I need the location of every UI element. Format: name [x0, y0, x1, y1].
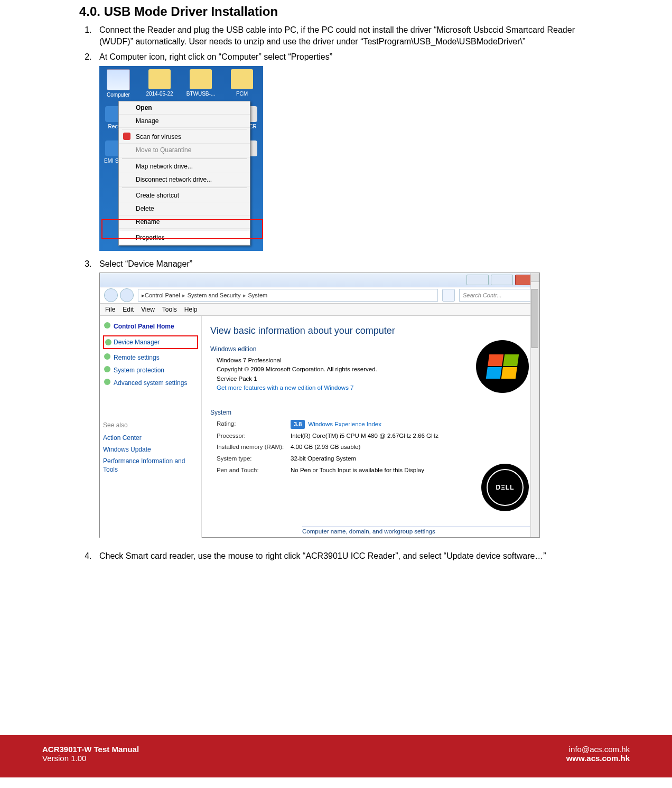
step-4: Check Smart card reader, use the mouse t…	[94, 550, 593, 562]
ctx-manage[interactable]: Manage	[119, 115, 250, 128]
sidebar-remote-settings[interactable]: Remote settings	[103, 351, 198, 364]
step-2: At Computer icon, right click on “Comput…	[94, 51, 593, 251]
footer-email: info@acs.com.hk	[566, 745, 630, 754]
menu-help[interactable]: Help	[184, 305, 198, 314]
refresh-button[interactable]	[442, 289, 455, 302]
ctx-shortcut[interactable]: Create shortcut	[119, 189, 250, 202]
sidebar-action-center[interactable]: Action Center	[103, 432, 198, 444]
main-panel: View basic information about your comput…	[202, 316, 539, 538]
screenshot-desktop-context-menu: Computer 2014-05-22 BTWUSB-... PCM	[99, 66, 263, 251]
nav-forward-icon[interactable]	[120, 288, 134, 302]
type-value: 32-bit Operating System	[291, 455, 531, 463]
footer-web: www.acs.com.hk	[566, 754, 630, 763]
crumb-2[interactable]: System and Security	[188, 292, 241, 299]
footer-version: Version 1.00	[42, 754, 139, 763]
folder-icon	[148, 69, 171, 89]
sidebar-device-manager-highlight[interactable]: Device Manager	[103, 335, 198, 349]
desktop-icon-computer[interactable]: Computer	[102, 69, 134, 99]
desktop-icon-label: 2014-05-22	[144, 90, 175, 98]
ctx-scan[interactable]: Scan for viruses	[119, 130, 250, 144]
processor-value: Intel(R) Core(TM) i5 CPU M 480 @ 2.67GHz…	[291, 432, 531, 440]
computer-icon	[107, 69, 130, 90]
breadcrumb[interactable]: ▸ Control Panel ▸ System and Security ▸ …	[138, 289, 438, 302]
step-3-text: Select “Device Manager”	[99, 259, 192, 268]
windows-logo-icon	[476, 340, 529, 393]
menu-file[interactable]: File	[105, 305, 115, 314]
footer-title: ACR3901T-W Test Manual	[42, 745, 139, 754]
sidebar-see-also: See also	[103, 421, 198, 429]
desktop-icon-label: BTWUSB-...	[185, 90, 217, 98]
sidebar: Control Panel Home Device Manager Remote…	[100, 316, 202, 538]
nav-bar: ▸ Control Panel ▸ System and Security ▸ …	[100, 287, 539, 304]
ram-value: 4.00 GB (2.93 GB usable)	[291, 443, 531, 452]
rating-label: Rating:	[217, 420, 291, 429]
folder-icon	[190, 69, 212, 89]
desktop-icon-label: PCM	[226, 90, 258, 98]
page-footer: ACR3901T-W Test Manual Version 1.00 info…	[0, 735, 672, 777]
step-2-text: At Computer icon, right click on “Comput…	[99, 52, 332, 61]
sidebar-perf-info[interactable]: Performance Information and Tools	[103, 455, 198, 475]
ctx-map-drive[interactable]: Map network drive...	[119, 160, 250, 173]
folder-icon	[231, 69, 253, 89]
minimize-button[interactable]	[466, 275, 489, 285]
ram-label: Installed memory (RAM):	[217, 443, 291, 452]
pen-label: Pen and Touch:	[217, 466, 291, 475]
computer-name-group-label: Computer name, domain, and workgroup set…	[302, 526, 530, 536]
section-title: 4.0. USB Mode Driver Installation	[79, 4, 593, 19]
desktop-icon-folder-1[interactable]: 2014-05-22	[144, 69, 175, 99]
page-heading: View basic information about your comput…	[210, 324, 531, 337]
system-label: System	[210, 408, 531, 417]
highlight-properties	[101, 219, 263, 239]
menu-bar: File Edit View Tools Help	[100, 304, 539, 316]
ctx-delete[interactable]: Delete	[119, 202, 250, 215]
screenshot-system-properties: ▸ Control Panel ▸ System and Security ▸ …	[99, 273, 540, 538]
sidebar-advanced-settings[interactable]: Advanced system settings	[103, 377, 198, 389]
ctx-open[interactable]: Open	[119, 101, 250, 115]
search-input[interactable]: Search Contr...	[459, 289, 535, 302]
wei-link[interactable]: Windows Experience Index	[308, 420, 381, 429]
steps-list: Connect the Reader and plug the USB cabl…	[94, 24, 593, 562]
crumb-1[interactable]: Control Panel	[145, 292, 180, 299]
maximize-button[interactable]	[491, 275, 513, 285]
ctx-quarantine: Move to Quarantine	[119, 144, 250, 157]
desktop-icon-folder-2[interactable]: BTWUSB-...	[185, 69, 217, 99]
ctx-disconnect-drive[interactable]: Disconnect network drive...	[119, 173, 250, 186]
step-3: Select “Device Manager” ▸	[94, 258, 593, 538]
menu-edit[interactable]: Edit	[123, 305, 134, 314]
rating-score: 3.8	[291, 420, 305, 429]
step-1: Connect the Reader and plug the USB cabl…	[94, 24, 593, 47]
scroll-thumb[interactable]	[531, 289, 538, 348]
crumb-3[interactable]: System	[248, 292, 268, 299]
sidebar-system-protection[interactable]: System protection	[103, 364, 198, 377]
nav-back-icon[interactable]	[104, 288, 118, 302]
window-titlebar	[100, 273, 539, 287]
type-label: System type:	[217, 455, 291, 463]
menu-tools[interactable]: Tools	[162, 305, 177, 314]
scroll-up-icon[interactable]	[531, 273, 539, 282]
desktop-icon-label: Computer	[102, 91, 134, 99]
dell-logo-icon: DΞLL	[481, 464, 529, 511]
processor-label: Processor:	[217, 432, 291, 440]
scrollbar[interactable]	[530, 273, 539, 537]
menu-view[interactable]: View	[141, 305, 155, 314]
desktop-icon-folder-3[interactable]: PCM	[226, 69, 258, 99]
sidebar-control-panel-home[interactable]: Control Panel Home	[103, 320, 198, 333]
sidebar-windows-update[interactable]: Windows Update	[103, 444, 198, 455]
